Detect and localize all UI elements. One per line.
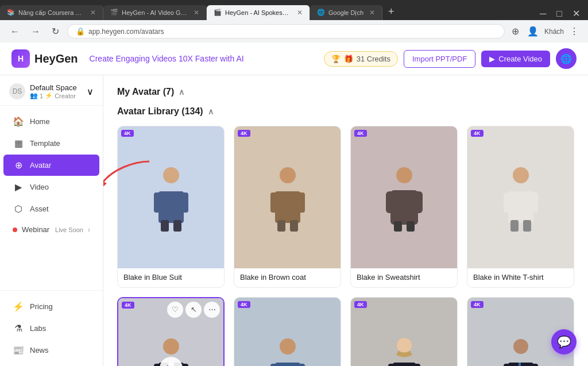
sidebar-item-asset[interactable]: ⬡ Asset [3, 198, 99, 219]
svg-point-13 [396, 167, 412, 183]
avatar-badge-0: 4K [121, 130, 134, 137]
tab-close-heygen2[interactable]: ✕ [297, 9, 303, 17]
tab-google[interactable]: 🌐 Google Dịch ✕ [310, 5, 382, 20]
workspace-selector[interactable]: DS Default Space 👥 1 ⚡ Creator ∨ [0, 75, 103, 106]
lock-icon: 🔒 [76, 27, 85, 36]
content-area: My Avatar (7) ∧ Avatar Library (134) ∧ [103, 75, 588, 366]
sidebar-label-labs: Labs [30, 324, 46, 333]
nav-actions: ⊕ 👤 Khách ⋮ [509, 24, 581, 39]
profile-icon[interactable]: 👤 [525, 24, 541, 39]
svg-rect-9 [270, 192, 277, 213]
app-body: H HeyGen Create Engaging Videos 10X Fast… [0, 43, 588, 366]
avatar-card-blake-brown[interactable]: 4K Blake in Brown coat [234, 126, 341, 288]
tab-label-google: Google Dịch [328, 9, 363, 17]
home-icon: 🏠 [13, 116, 24, 127]
back-button[interactable]: ← [7, 25, 23, 38]
avatar-card-blake-sweatshirt[interactable]: 4K Blake in Sweatshirt [350, 126, 458, 288]
gift-icon: 🎁 [344, 55, 353, 63]
avatar-icon: ⊕ [13, 160, 24, 171]
my-avatar-collapse[interactable]: ∧ [179, 87, 184, 97]
header-actions: 🏆 🎁 31 Credits Import PPT/PDF ▶ Create V… [324, 48, 577, 69]
sidebar-item-labs[interactable]: ⚗ Labs [3, 318, 99, 339]
sidebar-item-pricing[interactable]: ⚡ Pricing [3, 296, 99, 317]
avatar-card-edward-black[interactable]: 4K ♡ ↖ ⋯ ▶ [117, 297, 225, 366]
sidebar-label-home: Home [30, 117, 50, 126]
create-video-button[interactable]: ▶ Create Video [481, 51, 550, 67]
credits-value: 31 Credits [357, 55, 390, 63]
logo-text: HeyGen [34, 52, 78, 66]
svg-rect-16 [415, 191, 423, 213]
sidebar-item-template[interactable]: ▦ Template [3, 133, 99, 154]
cursor-button-edward[interactable]: ↖ [185, 302, 202, 318]
avatar-image-blake-white: 4K [467, 126, 574, 268]
favorite-button-edward[interactable]: ♡ [167, 302, 183, 318]
avatar-image-blake-sweatshirt: 4K [351, 126, 457, 268]
sidebar-item-avatar[interactable]: ⊕ Avatar [3, 155, 99, 176]
svg-rect-10 [298, 192, 305, 213]
sidebar-nav: 🏠 Home ▦ Template ⊕ Avatar ▶ Video [0, 106, 103, 290]
tab-favicon-coursera: 📚 [7, 9, 15, 17]
minimize-button[interactable]: ─ [536, 7, 550, 20]
header-tagline: Create Engaging Videos 10X Faster with A… [90, 54, 312, 63]
avatar-library-collapse[interactable]: ∧ [208, 107, 214, 116]
members-icon: 👥 [30, 92, 38, 99]
tab-close-coursera[interactable]: ✕ [90, 9, 96, 17]
avatar-image-edward-black: 4K ♡ ↖ ⋯ ▶ [118, 298, 223, 366]
svg-rect-18 [407, 221, 415, 232]
import-button[interactable]: Import PPT/PDF [404, 50, 475, 68]
more-button-edward[interactable]: ⋯ [204, 302, 220, 318]
sidebar-label-avatar: Avatar [30, 161, 51, 169]
globe-button[interactable]: 🌐 [556, 48, 577, 69]
avatar-card-blake-blue[interactable]: 4K Blake in Blue Suit [117, 126, 225, 288]
workspace-chevron: ∨ [87, 86, 94, 97]
chat-bubble-button[interactable]: 💬 [551, 329, 577, 355]
forward-button[interactable]: → [28, 25, 44, 38]
avatar-card-blake-white[interactable]: 4K Blake in White T-shi [467, 126, 574, 288]
svg-rect-33 [275, 363, 300, 366]
profile-label: Khách [544, 28, 564, 36]
new-tab-button[interactable]: + [382, 3, 400, 20]
translate-icon[interactable]: ⊕ [509, 24, 521, 39]
svg-rect-12 [290, 220, 298, 232]
avatar-card-edward-blue[interactable]: 4K Edward in Blue Shirt [234, 297, 341, 366]
webinar-arrow-icon: › [88, 226, 90, 234]
avatar-card-leah-black[interactable]: 4K L [350, 297, 458, 366]
tab-heygen2[interactable]: 🎬 HeyGen - AI Spokesperson Vide... ✕ [207, 5, 310, 20]
app-header: H HeyGen Create Engaging Videos 10X Fast… [0, 43, 588, 75]
svg-rect-23 [510, 220, 519, 232]
tab-close-heygen1[interactable]: ✕ [194, 9, 199, 17]
reload-button[interactable]: ↻ [48, 25, 63, 38]
avatar-badge-5: 4K [238, 301, 250, 308]
sidebar-label-news: News [30, 346, 49, 355]
tab-label-heygen2: HeyGen - AI Spokesperson Vide... [225, 9, 291, 16]
avatar-image-blake-brown: 4K [234, 126, 341, 268]
logo: H HeyGen [11, 49, 78, 68]
svg-rect-4 [181, 192, 188, 213]
tab-close-google[interactable]: ✕ [369, 9, 375, 17]
menu-icon[interactable]: ⋮ [567, 24, 581, 39]
tab-label-heygen1: HeyGen - AI Video Generator [122, 9, 188, 16]
tab-heygen1[interactable]: 🎬 HeyGen - AI Video Generator ✕ [103, 5, 207, 20]
sidebar: DS Default Space 👥 1 ⚡ Creator ∨ [0, 75, 103, 366]
workspace-name: Default Space [30, 83, 82, 92]
sidebar-label-asset: Asset [30, 205, 49, 213]
svg-point-32 [280, 338, 296, 355]
create-label: Create Video [498, 55, 542, 63]
address-bar[interactable]: 🔒 app.heygen.com/avatars [67, 24, 505, 38]
maximize-button[interactable]: □ [553, 7, 566, 20]
sidebar-item-webinar[interactable]: Webinar Live Soon › [3, 220, 99, 239]
browser-nav-bar: ← → ↻ 🔒 app.heygen.com/avatars ⊕ 👤 Khách… [0, 20, 588, 43]
avatar-badge-1: 4K [238, 130, 250, 137]
svg-point-7 [280, 167, 296, 183]
webinar-badge: Live Soon [55, 226, 83, 233]
svg-rect-22 [531, 192, 538, 213]
tab-coursera[interactable]: 📚 Nâng cấp Coursera Plus giá rẻ... ✕ [0, 5, 103, 20]
close-window-button[interactable]: ✕ [569, 7, 583, 20]
sidebar-item-video[interactable]: ▶ Video [3, 176, 99, 198]
my-avatar-title: My Avatar (7) [117, 87, 174, 97]
sidebar-item-home[interactable]: 🏠 Home [3, 111, 99, 132]
video-icon: ▶ [13, 182, 24, 192]
avatar-library-section-header: Avatar Library (134) ∧ [117, 106, 574, 117]
trophy-icon: 🏆 [331, 55, 341, 63]
sidebar-item-news[interactable]: 📰 News [3, 340, 99, 361]
